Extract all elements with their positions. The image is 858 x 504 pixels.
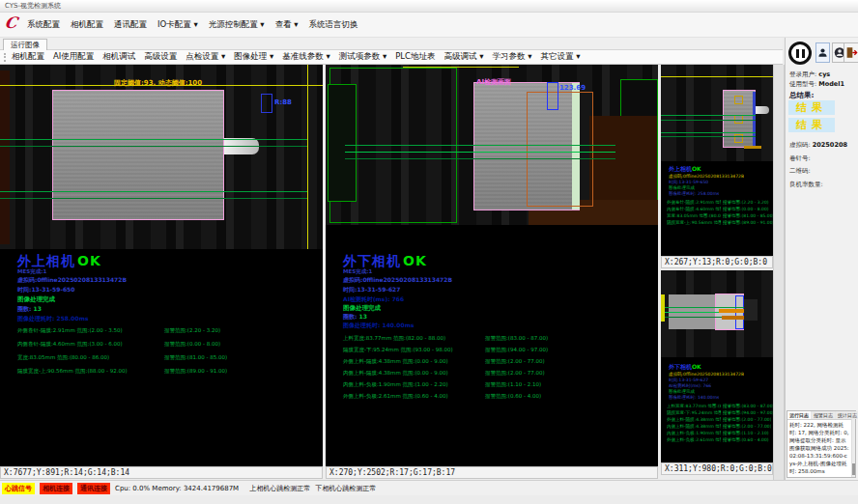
machine-block bbox=[589, 116, 657, 208]
menu-item-language-switch[interactable]: 系统语言切换 bbox=[309, 19, 358, 31]
virtual-code-label: 虚拟码: bbox=[789, 141, 811, 149]
cpu-memory-text: Cpu: 0.0% Memory: 3424.4179687M bbox=[115, 485, 239, 492]
menu-item-light-config[interactable]: 光源控制配置 ▾ bbox=[209, 19, 265, 31]
left-camera-image[interactable]: 固定阈值:93, 动态阈值:100 R:88 bbox=[0, 65, 323, 249]
menu-item-view[interactable]: 查看 ▾ bbox=[275, 19, 299, 31]
thumb-lower-image[interactable] bbox=[661, 270, 773, 357]
mini-alarm: 报警范围:(1.10 - 2.10) bbox=[723, 431, 769, 435]
middle-cursor-status: X:270;Y:2502;R:17;G:17;B:17 bbox=[326, 466, 658, 479]
measurement-text: 内侧卷针-隔膜:4.60mm 范围:(3.00 - 6.00) bbox=[17, 341, 123, 348]
turns-label: 圈数: 13 bbox=[343, 313, 367, 322]
roi-box-green bbox=[328, 84, 357, 202]
log-tab-stats[interactable]: 统计日志 bbox=[836, 411, 858, 419]
machine-block bbox=[744, 299, 758, 321]
capture-time: 时间:13-31-59-627 bbox=[343, 286, 400, 294]
user-login-button[interactable] bbox=[815, 42, 830, 63]
mini-done: 图像处理完成 bbox=[669, 185, 695, 190]
alarm-range-text: 报警范围:(83.00 - 87.00) bbox=[485, 335, 548, 342]
alarm-range-text: 报警范围:(89.00 - 91.00) bbox=[164, 368, 227, 375]
pause-button[interactable] bbox=[788, 42, 812, 65]
thumb-lower-camera[interactable]: 外下相机OK 虚拟码:0ffline2025020813313472B 时间:1… bbox=[661, 270, 773, 475]
qr-code-field: 二维码: bbox=[789, 167, 811, 176]
yield-count-field: 良机率数量: bbox=[789, 181, 823, 189]
log-panel: 运行日志 报警日志 统计日志 耗时: 222, 网络检测耗时: 17, 网络分类… bbox=[786, 410, 856, 478]
mini-alarm: 报警范围:(2.20 - 3.20) bbox=[723, 200, 769, 205]
mini-alarm: 报警范围:(83.00 - 87.00) bbox=[723, 404, 774, 408]
alarm-range-text: 报警范围:(94.00 - 97.00) bbox=[485, 347, 548, 353]
alarm-range-text: 报警范围:(2.20 - 3.20) bbox=[164, 327, 220, 334]
toolbar-item-learning-params[interactable]: 学习参数 ▾ bbox=[492, 51, 531, 63]
log-tab-alarm[interactable]: 报警日志 bbox=[812, 411, 835, 419]
measurement-text: 外侧上料-负极:2.61mm 范围:(0.60 - 4.00) bbox=[343, 393, 448, 400]
roi-box-blue bbox=[261, 94, 272, 113]
log-tab-run[interactable]: 运行日志 bbox=[787, 411, 811, 419]
baseline-yellow-v bbox=[307, 65, 308, 249]
exit-door-icon bbox=[845, 46, 858, 59]
measurement-text: 内侧上料-负极:1.90mm 范围:(1.00 - 2.20) bbox=[343, 381, 448, 388]
measure-line-green bbox=[345, 158, 615, 159]
toolbar-item-image-processing[interactable]: 图像处理 ▾ bbox=[234, 51, 273, 63]
camera-name: 外下相机 bbox=[343, 253, 401, 268]
toolbar-item-ai-config[interactable]: AI使用配置 bbox=[53, 51, 94, 63]
mini-measurement: 外侧上料-隔膜:4.38mm 范围:(0.00 - 9.00) bbox=[667, 417, 721, 422]
toolbar-grip[interactable] bbox=[4, 53, 8, 62]
middle-camera-image[interactable]: 123.69 AI检测画面 bbox=[326, 65, 658, 225]
log-scrollbar[interactable] bbox=[851, 419, 855, 477]
roi-box-orange bbox=[527, 92, 593, 207]
toolbar-item-plc-address[interactable]: PLC地址表 bbox=[395, 51, 435, 63]
measurement-text: 隔膜宽度-下:95.24mm 范围:(93.00 - 98.00) bbox=[343, 347, 453, 353]
thumb-upper-camera[interactable]: 外上相机OK 虚拟码:0ffline2025020813313472B 时间:1… bbox=[661, 65, 773, 268]
mes-status: MES完成:1 bbox=[17, 268, 46, 275]
thumb-upper-image[interactable] bbox=[661, 65, 773, 161]
roi-box-gold bbox=[734, 96, 743, 104]
toolbar-item-camera-debug[interactable]: 相机调试 bbox=[102, 51, 135, 63]
mini-measurement: 隔膜宽度-下:95.24mm 范围:(93.00 - 98.00) bbox=[667, 410, 721, 415]
machine-edge bbox=[0, 70, 10, 244]
measure-line-green bbox=[661, 115, 756, 116]
mini-time: 时间:13-31-59-627 bbox=[669, 378, 708, 382]
measurement-text: 宽度:83.05mm 范围:(80.00 - 86.00) bbox=[17, 354, 109, 361]
mini-alarm: 报警范围:(0.00 - 8.00) bbox=[723, 207, 769, 211]
toolbar-item-advanced-debug[interactable]: 高级调试 ▾ bbox=[444, 51, 484, 63]
overlay-text-mark bbox=[719, 309, 744, 313]
toolbar-item-advanced-settings[interactable]: 高级设置 bbox=[144, 51, 177, 63]
menu-item-camera-config[interactable]: 相机配置 bbox=[71, 19, 103, 31]
virtual-barcode: 虚拟码:0ffline2025020813313472B bbox=[343, 276, 452, 285]
mini-alarm: 报警范围:(81.00 - 85.00) bbox=[723, 213, 774, 218]
left-cursor-status: X:7677;Y:891;R:14;G:14;B:14 bbox=[0, 466, 323, 479]
measure-line-green bbox=[0, 146, 307, 147]
right-side-panel: 登录用户: cys 使用型号: Model1 总结果: 结果 结果 虚拟码: 2… bbox=[785, 38, 858, 480]
toolbar-item-baseline-params[interactable]: 基准线参数 ▾ bbox=[282, 51, 329, 63]
ai-time: AI检测耗时(ms): 766 bbox=[343, 295, 404, 304]
roi-box-blue bbox=[547, 82, 558, 110]
mini-camera-title: 外上相机OK bbox=[669, 165, 701, 174]
menu-item-system-config[interactable]: 系统配置 bbox=[27, 19, 60, 31]
toolbar-item-camera-config[interactable]: 相机配置 bbox=[12, 51, 44, 63]
model-value: Model1 bbox=[818, 80, 844, 88]
menubar: 系统配置 相机配置 通讯配置 IO卡配置 ▾ 光源控制配置 ▾ 查看 ▾ 系统语… bbox=[0, 13, 858, 38]
measurement-text: 上料宽度:83.77mm 范围:(82.00 - 88.00) bbox=[343, 335, 445, 342]
heartbeat-badge: 心跳信号 bbox=[2, 483, 35, 494]
menu-item-io-config[interactable]: IO卡配置 ▾ bbox=[157, 19, 198, 31]
login-user-field: 登录用户: cys bbox=[789, 70, 830, 79]
mini-alarm: 报警范围:(94.00 - 97.00) bbox=[723, 410, 774, 415]
mini-alarm: 报警范围:(2.00 - 77.00) bbox=[723, 417, 771, 422]
toolbar-item-test-params[interactable]: 测试项参数 ▾ bbox=[339, 51, 386, 63]
mini-barcode: 虚拟码:0ffline2025020813313472B bbox=[669, 174, 744, 179]
menu-item-comm-config[interactable]: 通讯配置 bbox=[114, 19, 147, 31]
toolbar-item-spot-check[interactable]: 点检设置 ▾ bbox=[186, 51, 225, 63]
left-camera-panel: 固定阈值:93, 动态阈值:100 R:88 外上相机OK MES完成:1 虚拟… bbox=[0, 65, 323, 479]
cell-tab bbox=[756, 106, 769, 114]
panel-splitter[interactable] bbox=[773, 65, 785, 480]
mini-measurement: 内侧上料-负极:1.90mm 范围:(1.00 - 2.20) bbox=[667, 431, 721, 435]
cell-region bbox=[52, 90, 224, 220]
mini-ai-time: AI检测耗时(ms): 766 bbox=[669, 383, 711, 388]
measure-line-green bbox=[345, 145, 615, 146]
toolbar-item-other-settings[interactable]: 其它设置 ▾ bbox=[540, 51, 580, 63]
needle-number-field: 卷针号: bbox=[789, 154, 811, 163]
model-field: 使用型号: Model1 bbox=[789, 80, 844, 89]
r-value-overlay-label: R:88 bbox=[274, 98, 292, 106]
log-scrollbar-thumb[interactable] bbox=[852, 463, 855, 475]
exit-button[interactable] bbox=[844, 42, 858, 63]
login-user-value: cys bbox=[818, 70, 830, 78]
